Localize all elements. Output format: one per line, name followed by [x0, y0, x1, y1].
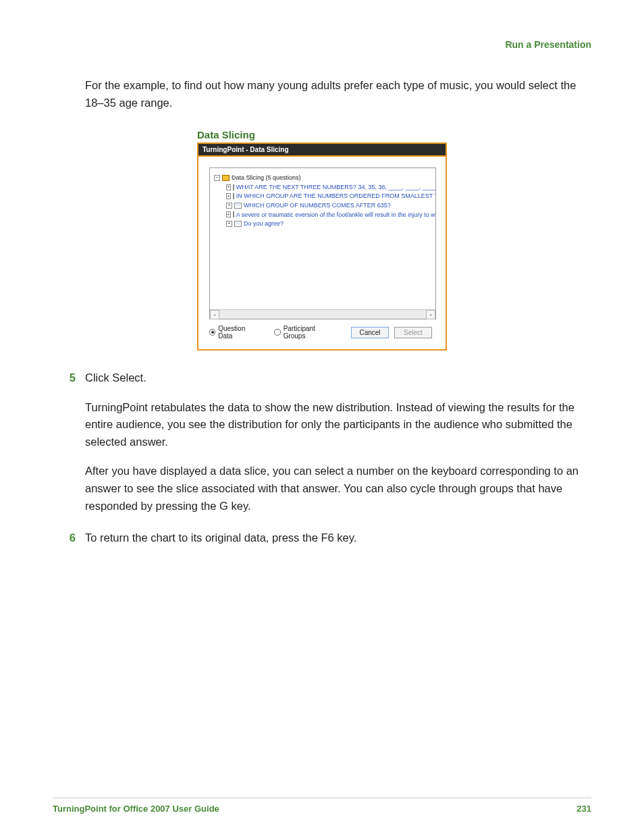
select-button[interactable]: Select [394, 327, 432, 338]
expand-icon[interactable]: + [226, 211, 231, 217]
question-icon [233, 211, 234, 217]
dialog-window: TurningPoint - Data Slicing − Data Slici… [197, 142, 447, 350]
step-5: 5 Click Select. [53, 369, 591, 387]
dialog-title-bar: TurningPoint - Data Slicing [198, 144, 446, 157]
cancel-button[interactable]: Cancel [351, 327, 389, 338]
scroll-left-icon[interactable]: ‹ [210, 310, 219, 319]
page-footer: TurningPoint for Office 2007 User Guide … [53, 798, 591, 814]
figure-container: Data Slicing TurningPoint - Data Slicing… [53, 129, 591, 350]
tree-pane: − Data Slicing (5 questions) + WHAT ARE … [209, 167, 436, 319]
radio-checked-icon [209, 329, 215, 336]
question-icon [234, 221, 242, 227]
tree-item[interactable]: + WHAT ARE THE NEXT THREE NUMBERS? 34, 3… [226, 183, 431, 192]
scroll-right-icon[interactable]: › [426, 310, 435, 319]
tree-root-label: Data Slicing (5 questions) [232, 174, 301, 182]
scrollbar-track[interactable] [219, 310, 426, 319]
radio-unchecked-icon [274, 329, 280, 336]
step-5-paragraph-1: TurningPoint retabulates the data to sho… [85, 399, 591, 451]
header-section-title: Run a Presentation [505, 39, 591, 50]
step-6: 6 To return the chart to its original da… [53, 529, 591, 547]
step-number: 5 [53, 369, 85, 387]
tree-item-label: Do you agree? [244, 219, 284, 228]
dialog-buttons: Cancel Select [351, 327, 435, 338]
radio-label: Question Data [218, 325, 257, 340]
question-icon [234, 203, 242, 209]
page: { "header": { "section": "Run a Presenta… [0, 0, 644, 834]
step-number: 6 [53, 529, 85, 547]
tree-item[interactable]: + Do you agree? [226, 219, 431, 228]
tree-item[interactable]: + A severe or traumatic eversion of the … [226, 211, 431, 219]
horizontal-scrollbar[interactable]: ‹ › [210, 309, 435, 319]
radio-participant-groups[interactable]: Participant Groups [274, 325, 333, 340]
tree-item-label: IN WHICH GROUP ARE THE NUMBERS ORDERED F… [236, 192, 435, 201]
radio-label: Participant Groups [284, 325, 333, 340]
expand-icon[interactable]: + [226, 221, 232, 227]
radio-question-data[interactable]: Question Data [209, 325, 257, 340]
tree-item-label: WHICH GROUP OF NUMBERS COMES AFTER 635? [244, 201, 391, 210]
question-icon [233, 184, 234, 190]
figure: Data Slicing TurningPoint - Data Slicing… [197, 129, 447, 350]
tree-item[interactable]: + WHICH GROUP OF NUMBERS COMES AFTER 635… [226, 201, 431, 210]
question-icon [233, 193, 234, 199]
dialog-footer: Question Data Participant Groups Cancel … [209, 319, 435, 342]
tree-item-label: A severe or traumatic eversion of the fo… [236, 211, 435, 219]
step-title: Click Select. [85, 369, 591, 387]
tree-item[interactable]: + IN WHICH GROUP ARE THE NUMBERS ORDERED… [226, 192, 431, 201]
step-5-paragraph-2: After you have displayed a data slice, y… [85, 463, 591, 515]
step-title: To return the chart to its original data… [85, 529, 591, 547]
expand-icon[interactable]: + [226, 193, 231, 199]
dialog-body: − Data Slicing (5 questions) + WHAT ARE … [198, 157, 446, 349]
tree-item-label: WHAT ARE THE NEXT THREE NUMBERS? 34, 35,… [236, 183, 435, 192]
footer-title: TurningPoint for Office 2007 User Guide [53, 804, 219, 814]
expand-icon[interactable]: + [226, 184, 231, 190]
tree-root[interactable]: − Data Slicing (5 questions) [214, 174, 431, 182]
figure-title: Data Slicing [197, 129, 447, 140]
page-number: 231 [576, 804, 591, 814]
expand-icon[interactable]: + [226, 203, 232, 209]
folder-icon [222, 175, 230, 181]
intro-paragraph: For the example, to find out how many yo… [85, 77, 591, 111]
tree-content: − Data Slicing (5 questions) + WHAT ARE … [210, 168, 435, 234]
collapse-icon[interactable]: − [214, 175, 220, 181]
